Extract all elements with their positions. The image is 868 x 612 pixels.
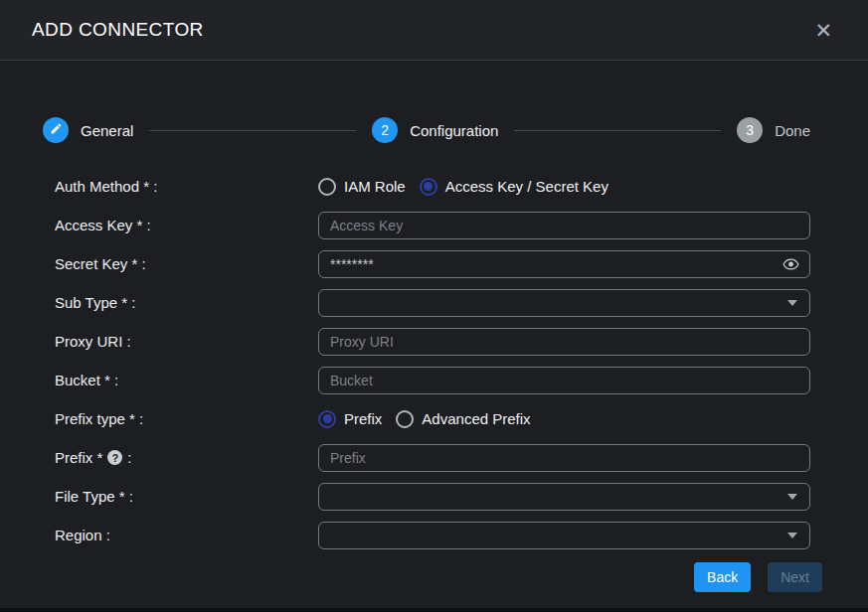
- radio-icon: [318, 178, 336, 196]
- file-type-select[interactable]: [318, 483, 810, 511]
- radio-selected-icon: [318, 410, 336, 428]
- prefix-row: Prefix * ? :: [0, 438, 868, 477]
- radio-selected-icon: [420, 178, 437, 196]
- step-configuration-label: Configuration: [410, 122, 498, 139]
- region-label: Region :: [55, 527, 318, 543]
- next-button[interactable]: Next: [768, 562, 822, 592]
- access-key-row: Access Key * :: [0, 206, 868, 244]
- auth-method-radio-group: IAM Role Access Key / Secret Key: [318, 178, 608, 196]
- region-select[interactable]: [318, 522, 810, 549]
- sub-type-label: Sub Type * :: [55, 294, 318, 311]
- prefix-label: Prefix * ? :: [55, 449, 318, 466]
- prefix-type-label: Prefix type * :: [55, 410, 318, 427]
- radio-icon: [396, 410, 414, 428]
- bucket-row: Bucket * :: [0, 361, 868, 399]
- step-configuration-circle: 2: [372, 117, 398, 143]
- help-icon[interactable]: ?: [107, 450, 122, 465]
- bucket-input[interactable]: [318, 367, 810, 394]
- radio-advanced-prefix[interactable]: Advanced Prefix: [396, 410, 530, 428]
- modal-title: ADD CONNECTOR: [32, 19, 204, 41]
- secret-key-input[interactable]: [318, 250, 810, 278]
- step-general[interactable]: General: [43, 117, 133, 143]
- radio-access-key-secret-key[interactable]: Access Key / Secret Key: [420, 178, 608, 196]
- step-done-circle: 3: [737, 117, 763, 143]
- add-connector-modal: ADD CONNECTOR ✕ General 2 Configuration …: [0, 0, 868, 612]
- configuration-form: Auth Method * : IAM Role Access Key / Se…: [0, 167, 868, 608]
- step-general-label: General: [81, 122, 133, 139]
- proxy-uri-label: Proxy URI :: [55, 333, 318, 350]
- eye-icon[interactable]: [782, 257, 799, 271]
- wizard-stepper: General 2 Configuration 3 Done: [43, 117, 810, 143]
- caret-down-icon: [787, 494, 797, 500]
- access-key-label: Access Key * :: [55, 217, 318, 233]
- sub-type-row: Sub Type * :: [0, 283, 868, 322]
- bucket-label: Bucket * :: [55, 372, 318, 388]
- secret-key-label: Secret Key * :: [55, 255, 318, 272]
- step-general-circle: [43, 117, 69, 143]
- step-done-label: Done: [775, 122, 810, 139]
- prefix-type-radio-group: Prefix Advanced Prefix: [318, 410, 531, 428]
- access-key-input[interactable]: [318, 212, 810, 239]
- step-configuration[interactable]: 2 Configuration: [372, 117, 498, 143]
- auth-method-row: Auth Method * : IAM Role Access Key / Se…: [0, 167, 868, 206]
- pencil-icon: [50, 122, 63, 138]
- file-type-label: File Type * :: [55, 488, 318, 505]
- step-done: 3 Done: [737, 117, 810, 143]
- back-button[interactable]: Back: [694, 562, 751, 592]
- file-type-row: File Type * :: [0, 477, 868, 516]
- radio-prefix[interactable]: Prefix: [318, 410, 382, 428]
- auth-method-label: Auth Method * :: [55, 178, 318, 195]
- proxy-uri-input[interactable]: [318, 328, 810, 356]
- stepper-connector: [514, 130, 721, 131]
- footer-actions: Back Next: [0, 554, 868, 592]
- caret-down-icon: [787, 300, 797, 306]
- proxy-uri-row: Proxy URI :: [0, 322, 868, 361]
- region-row: Region :: [0, 516, 868, 554]
- stepper-connector: [149, 130, 356, 131]
- secret-key-row: Secret Key * :: [0, 244, 868, 283]
- prefix-type-row: Prefix type * : Prefix Advanced Prefix: [0, 399, 868, 438]
- caret-down-icon: [787, 533, 797, 538]
- modal-header: ADD CONNECTOR ✕: [0, 0, 868, 61]
- radio-iam-role[interactable]: IAM Role: [318, 178, 406, 196]
- close-icon[interactable]: ✕: [808, 16, 838, 45]
- sub-type-select[interactable]: [318, 289, 810, 317]
- prefix-input[interactable]: [318, 444, 810, 472]
